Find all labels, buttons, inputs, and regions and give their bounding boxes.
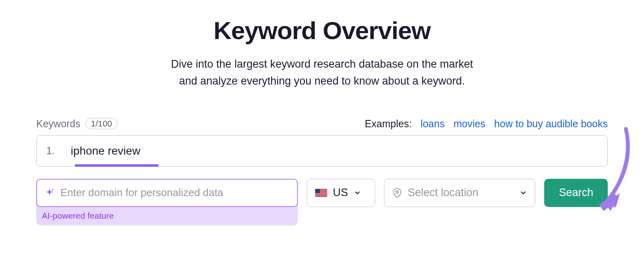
- domain-input[interactable]: [60, 186, 290, 199]
- example-link-audible[interactable]: how to buy audible books: [494, 118, 608, 130]
- keywords-counter-group: Keywords 1/100: [36, 118, 118, 130]
- keyword-highlight-underline: [75, 164, 159, 167]
- location-pin-icon: [392, 188, 402, 198]
- subtitle-line-1: Dive into the largest keyword research d…: [171, 58, 473, 70]
- example-link-loans[interactable]: loans: [421, 118, 445, 130]
- chevron-down-icon: [354, 189, 361, 197]
- example-link-movies[interactable]: movies: [454, 118, 485, 130]
- ai-feature-box: AI-powered feature: [36, 179, 298, 225]
- search-button[interactable]: Search: [544, 179, 608, 207]
- flag-us-icon: [315, 189, 327, 197]
- svg-marker-1: [608, 193, 620, 207]
- location-select[interactable]: Select location: [384, 179, 535, 207]
- keyword-index: 1.: [46, 145, 55, 157]
- country-select[interactable]: US: [307, 179, 375, 207]
- keywords-label: Keywords: [36, 118, 80, 130]
- sparkle-icon: [44, 188, 55, 198]
- keywords-count-badge: 1/100: [85, 118, 118, 129]
- page-subtitle: Dive into the largest keyword research d…: [36, 56, 608, 90]
- ai-feature-label: AI-powered feature: [36, 207, 298, 222]
- keyword-input-row[interactable]: 1.: [36, 135, 608, 167]
- domain-input-wrap[interactable]: [36, 179, 298, 207]
- subtitle-line-2: and analyze everything you need to know …: [179, 75, 465, 87]
- country-label: US: [333, 186, 348, 199]
- examples-label: Examples:: [365, 118, 412, 130]
- page-title: Keyword Overview: [36, 16, 608, 45]
- location-placeholder: Select location: [408, 186, 514, 199]
- keyword-input[interactable]: [71, 145, 554, 157]
- examples-group: Examples: loans movies how to buy audibl…: [365, 118, 608, 130]
- chevron-down-icon: [520, 189, 527, 197]
- svg-point-0: [396, 191, 398, 193]
